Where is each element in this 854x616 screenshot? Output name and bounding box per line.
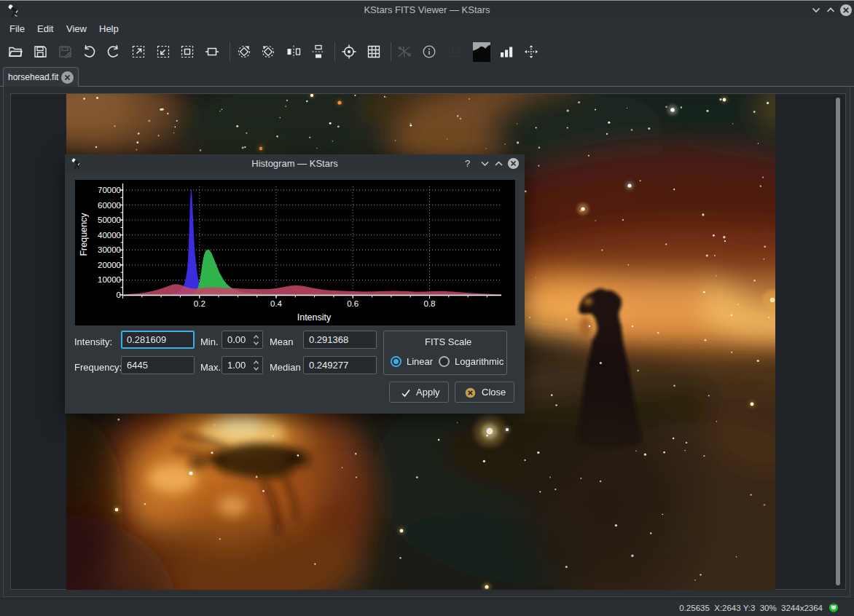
svg-text:50000: 50000: [98, 216, 121, 224]
svg-text:70000: 70000: [98, 186, 121, 194]
svg-text:10000: 10000: [98, 275, 121, 284]
svg-text:0: 0: [117, 291, 121, 299]
svg-text:0.8: 0.8: [424, 299, 436, 308]
svg-text:Frequency: Frequency: [79, 213, 89, 256]
svg-text:0.4: 0.4: [270, 299, 283, 308]
svg-text:0.2: 0.2: [194, 299, 205, 308]
svg-text:60000: 60000: [98, 201, 121, 210]
svg-text:40000: 40000: [98, 231, 121, 240]
svg-text:20000: 20000: [98, 261, 121, 269]
svg-text:0.6: 0.6: [347, 299, 359, 308]
svg-text:Intensity: Intensity: [297, 312, 332, 323]
svg-text:30000: 30000: [98, 245, 121, 254]
